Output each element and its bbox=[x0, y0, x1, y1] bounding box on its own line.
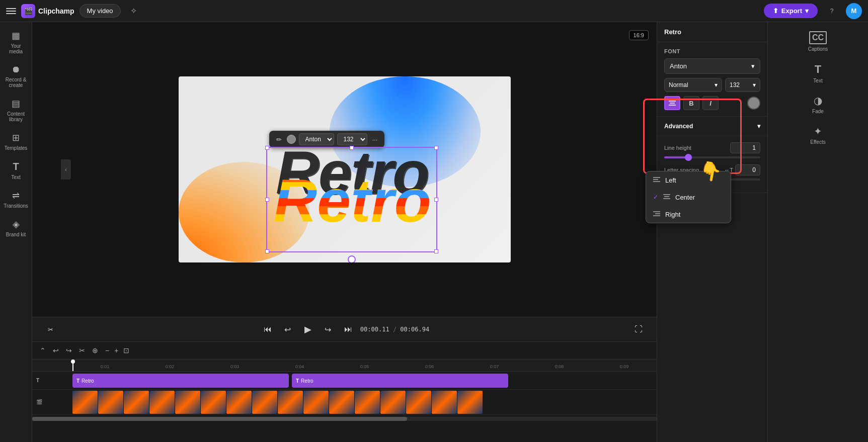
fade-label: Fade bbox=[812, 109, 824, 114]
color-circle-btn[interactable] bbox=[287, 135, 296, 144]
more-options-btn[interactable]: ··· bbox=[370, 135, 380, 144]
frame-7 bbox=[226, 391, 252, 414]
skip-back-btn[interactable]: ⏮ bbox=[260, 321, 276, 337]
right-panel-effects[interactable]: ✦ Effects bbox=[798, 120, 838, 150]
ruler-0:07: 0:07 bbox=[462, 364, 527, 369]
ruler-0:08: 0:08 bbox=[527, 364, 592, 369]
forward-btn[interactable]: ↪ bbox=[320, 321, 336, 337]
ruler-0:03: 0:03 bbox=[202, 364, 267, 369]
align-option-center[interactable]: ✓ Center bbox=[646, 189, 731, 206]
sidebar-item-text[interactable]: T Text bbox=[2, 157, 30, 184]
logo: 🎬 Clipchamp bbox=[21, 4, 74, 18]
font-dropdown[interactable]: Anton ▾ bbox=[664, 58, 760, 74]
frame-4 bbox=[149, 391, 175, 414]
export-button[interactable]: ⬆ Export ▾ bbox=[764, 4, 818, 18]
split-btn[interactable]: ⊕ bbox=[91, 345, 100, 356]
export-chevron: ▾ bbox=[805, 7, 809, 15]
zoom-fit-btn[interactable]: ⊡ bbox=[122, 345, 131, 356]
align-right-label: Right bbox=[665, 211, 680, 218]
frame-8 bbox=[252, 391, 277, 414]
advanced-header[interactable]: Advanced ▾ bbox=[664, 123, 760, 130]
cut-btn[interactable]: ✂ bbox=[77, 345, 87, 356]
ruler-0:05: 0:05 bbox=[332, 364, 397, 369]
zoom-in-btn[interactable]: + bbox=[113, 345, 120, 356]
font-label: Font bbox=[664, 48, 760, 54]
frame-9 bbox=[278, 391, 303, 414]
collapse-icon: ‹ bbox=[65, 167, 66, 172]
scrollbar-thumb[interactable] bbox=[32, 417, 407, 421]
video-frames[interactable] bbox=[72, 391, 510, 414]
properties-header: Retro bbox=[657, 22, 767, 42]
play-btn[interactable]: ▶ bbox=[300, 321, 316, 337]
sidebar-collapse-btn[interactable]: ‹ bbox=[61, 159, 71, 180]
playhead-head bbox=[71, 360, 75, 364]
right-panel-fade[interactable]: ◑ Fade bbox=[798, 90, 838, 119]
effects-label: Effects bbox=[810, 139, 825, 145]
app-name: Clipchamp bbox=[38, 7, 74, 15]
font-size-toolbar[interactable]: 132 bbox=[337, 133, 367, 145]
line-height-thumb[interactable] bbox=[685, 154, 692, 161]
align-center-btn[interactable] bbox=[664, 96, 680, 110]
ai-icon[interactable]: ✧ bbox=[126, 3, 142, 19]
font-select-toolbar[interactable]: Anton bbox=[299, 133, 334, 145]
frame-12 bbox=[355, 391, 380, 414]
style-size-row: Normal ▾ 132 ▾ bbox=[664, 78, 760, 92]
line-height-input[interactable]: 1 bbox=[730, 142, 760, 153]
line-height-slider[interactable] bbox=[664, 156, 760, 158]
video-title[interactable]: My video bbox=[80, 4, 121, 18]
font-section: Font Anton ▾ Normal ▾ 132 ▾ bbox=[657, 42, 767, 117]
bold-btn[interactable]: B bbox=[683, 96, 699, 110]
clip-retro-1[interactable]: T Retro bbox=[72, 374, 289, 388]
sidebar-item-content-library[interactable]: ▤ Content library bbox=[2, 94, 30, 126]
sidebar-label-content: Content library bbox=[4, 111, 28, 122]
line-height-label: Line height bbox=[664, 145, 691, 151]
redo-btn[interactable]: ↪ bbox=[64, 345, 73, 356]
text-icon: T bbox=[13, 161, 19, 172]
playhead-line bbox=[72, 360, 73, 371]
help-button[interactable]: ? bbox=[824, 3, 840, 19]
font-value: Anton bbox=[670, 62, 687, 70]
edit-text-btn[interactable]: ✏ bbox=[274, 135, 284, 144]
avatar[interactable]: M bbox=[846, 3, 862, 19]
track-row-video: 🎬 bbox=[32, 390, 657, 415]
text-color-btn[interactable] bbox=[747, 97, 760, 110]
text-track-icon: T bbox=[36, 378, 39, 383]
record-icon: ⏺ bbox=[12, 64, 21, 75]
timeline-scrollbar[interactable] bbox=[32, 417, 657, 421]
sidebar-item-brand-kit[interactable]: ◈ Brand kit bbox=[2, 215, 30, 241]
canvas-frame[interactable]: Retro Retro ✏ Anton 132 ··· bbox=[179, 76, 511, 262]
timeline-collapse-btn[interactable]: ⌃ bbox=[38, 345, 47, 356]
frame-1 bbox=[72, 391, 98, 414]
frame-13 bbox=[380, 391, 406, 414]
playback-center: ⏮ ↩ ▶ ↪ ⏭ 00:00.11 / 00:06.94 bbox=[260, 321, 429, 337]
left-sidebar: ▦ Your media ⏺ Record & create ▤ Content… bbox=[0, 22, 32, 442]
sidebar-item-record-create[interactable]: ⏺ Record & create bbox=[2, 60, 30, 92]
style-dropdown[interactable]: Normal ▾ bbox=[664, 78, 722, 92]
right-panel-captions[interactable]: CC Captions bbox=[798, 26, 838, 57]
letter-spacing-input[interactable]: 0 bbox=[735, 164, 760, 175]
properties-panel: Retro Font Anton ▾ Normal ▾ 132 ▾ bbox=[657, 22, 767, 442]
sidebar-item-templates[interactable]: ⊞ Templates bbox=[2, 128, 30, 155]
italic-btn[interactable]: I bbox=[702, 96, 719, 110]
menu-button[interactable] bbox=[6, 6, 16, 16]
zoom-out-btn[interactable]: − bbox=[104, 345, 111, 356]
trim-btn[interactable]: ✂ bbox=[42, 321, 58, 337]
size-input[interactable]: 132 ▾ bbox=[725, 78, 760, 92]
align-option-right[interactable]: Right bbox=[646, 206, 731, 223]
align-option-left[interactable]: Left bbox=[646, 171, 731, 189]
sidebar-item-your-media[interactable]: ▦ Your media bbox=[2, 26, 30, 58]
undo-btn[interactable]: ↩ bbox=[51, 345, 60, 356]
alignment-dropdown: Left ✓ Center Right bbox=[646, 171, 731, 223]
main-layout: ▦ Your media ⏺ Record & create ▤ Content… bbox=[0, 22, 868, 442]
align-center-icon bbox=[669, 100, 676, 106]
retro-text-stripes: Retro bbox=[273, 166, 431, 235]
sidebar-item-transitions[interactable]: ⇌ Transitions bbox=[2, 186, 30, 213]
skip-forward-btn[interactable]: ⏭ bbox=[340, 321, 356, 337]
rewind-btn[interactable]: ↩ bbox=[280, 321, 296, 337]
fullscreen-btn[interactable]: ⛶ bbox=[630, 321, 647, 337]
style-value: Normal bbox=[669, 81, 688, 89]
right-panel: CC Captions T Text ◑ Fade ✦ Effects bbox=[767, 22, 868, 442]
clip-text-icon-2: T bbox=[296, 378, 299, 384]
clip-retro-2[interactable]: T Retro bbox=[292, 374, 508, 388]
right-panel-text[interactable]: T Text bbox=[798, 58, 838, 89]
